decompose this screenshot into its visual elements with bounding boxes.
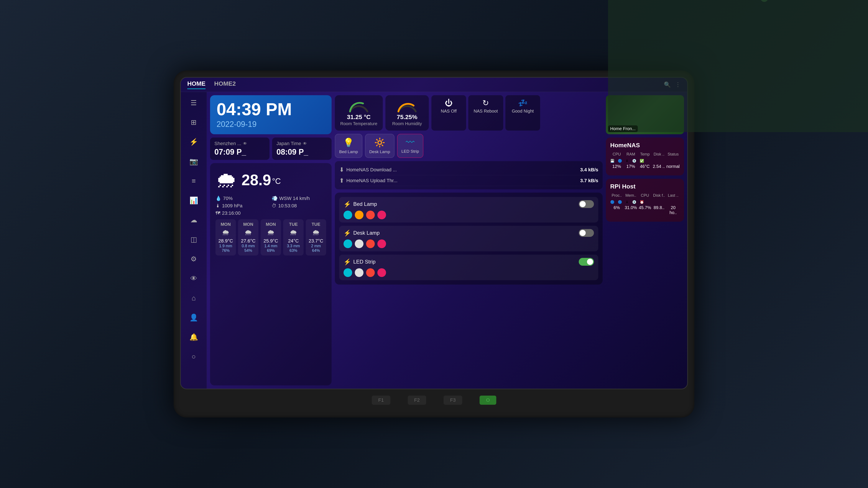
led-strip-knob bbox=[587, 259, 593, 265]
network-stats: ⬇ HomeNAS Download ... 3.4 kB/s ⬆ HomeNA… bbox=[335, 161, 602, 189]
forecast-humidity-0: 76% bbox=[218, 248, 234, 253]
led-strip-color-pink[interactable] bbox=[377, 268, 386, 277]
sidebar-icon-person[interactable]: 👤 bbox=[187, 311, 200, 324]
nas-off-button[interactable]: ⏻ NAS Off bbox=[431, 95, 466, 131]
homenas-stat-labels: CPU RAM Temp Disk .. Status bbox=[610, 152, 680, 157]
rpi-last-icon: ⏰ bbox=[640, 200, 644, 204]
nas-status-icon: ✅ bbox=[640, 159, 644, 163]
bed-lamp-color-red[interactable] bbox=[366, 210, 375, 219]
sidebar-icon-cloud[interactable]: ☁ bbox=[187, 214, 200, 226]
desk-lamp-row-icon: ⚡ bbox=[343, 229, 351, 237]
upload-speed: 3.7 kB/s bbox=[580, 178, 598, 184]
bed-lamp-label: Bed Lamp bbox=[339, 150, 358, 154]
bed-lamp-color-pink[interactable] bbox=[377, 210, 386, 219]
tab-home2[interactable]: HOME2 bbox=[214, 80, 236, 89]
desk-lamp-knob bbox=[580, 230, 586, 236]
upload-stat: ⬆ HomeNAS Upload Thr... 3.7 kB/s bbox=[339, 175, 598, 186]
forecast-temp-0: 28.9°C bbox=[218, 238, 234, 244]
sidebar-icon-layers[interactable]: ◫ bbox=[187, 233, 200, 246]
content-grid: 04:39 PM 2022-09-19 Shenzhen ... 👁 07:09… bbox=[207, 92, 687, 389]
nas-disk-icon: 💿 bbox=[632, 159, 637, 163]
good-night-button[interactable]: 💤 Good Night bbox=[505, 95, 540, 131]
forecast-day-2: MON 🌧 25.9°C 1.4 mm 69% bbox=[260, 219, 281, 256]
weather-pressure: 1009 hPa bbox=[222, 203, 242, 209]
forecast-precip-0: 1.9 mm bbox=[218, 244, 234, 248]
f3-button[interactable]: F3 bbox=[443, 396, 462, 405]
bed-lamp-toggle[interactable] bbox=[579, 200, 594, 208]
homenas-title: HomeNAS bbox=[610, 142, 680, 149]
desk-lamp-color-red[interactable] bbox=[366, 239, 375, 248]
nas-reboot-button[interactable]: ↻ NAS Reboot bbox=[468, 95, 503, 131]
forecast-icon-4: 🌧 bbox=[308, 228, 324, 237]
led-strip-color-cyan[interactable] bbox=[343, 268, 352, 277]
forecast-temp-4: 23.7°C bbox=[308, 238, 324, 244]
upload-label: HomeNAS Upload Thr... bbox=[346, 178, 398, 184]
sidebar-icon-grid[interactable]: ⊞ bbox=[187, 116, 200, 129]
rpi-proc-icon: 🔵 bbox=[610, 200, 615, 204]
temp-value: 31.25 °C bbox=[347, 113, 371, 121]
bed-lamp-knob bbox=[580, 201, 586, 207]
weather-humidity: 70% bbox=[223, 196, 232, 201]
sidebar-icon-eye[interactable]: 👁 bbox=[187, 272, 200, 285]
led-strip-color-red[interactable] bbox=[366, 268, 375, 277]
sensor-controls-row: 31.25 °C Room Temperature bbox=[335, 95, 602, 131]
clock-time: 04:39 PM bbox=[217, 101, 325, 118]
bed-lamp-icon: 💡 bbox=[343, 137, 354, 148]
temp-gauge-svg bbox=[348, 100, 370, 112]
desk-lamp-row-label: Desk Lamp bbox=[353, 230, 379, 236]
device-buttons-row: 💡 Bed Lamp 🔆 Desk Lamp 〰 LED Strip bbox=[335, 134, 602, 158]
forecast-icon-3: 🌧 bbox=[285, 228, 302, 237]
download-icon: ⬇ bbox=[339, 166, 344, 173]
desk-lamp-color-cyan[interactable] bbox=[343, 239, 352, 248]
f1-button[interactable]: F1 bbox=[372, 396, 391, 405]
timezone-japan: Japan Time 👁 08:09 P_ bbox=[272, 137, 332, 160]
tab-home[interactable]: HOME bbox=[187, 80, 206, 89]
bed-lamp-button[interactable]: 💡 Bed Lamp bbox=[335, 134, 362, 158]
main-content: ☰ ⊞ ⚡ 📷 ≡ 📊 ☁ ◫ ⚙ 👁 ⌂ 👤 🔔 ○ bbox=[181, 92, 687, 389]
desk-lamp-button[interactable]: 🔆 Desk Lamp bbox=[365, 134, 395, 158]
forecast-temp-3: 24°C bbox=[285, 238, 302, 244]
rpi-icons: 🔵 🔵 🌡 💿 ⏰ bbox=[610, 200, 680, 204]
forecast-precip-2: 1.4 mm bbox=[263, 244, 279, 248]
monitor-screen: HOME HOME2 🔍 ⋮ ☰ ⊞ ⚡ 📷 ≡ 📊 ☁ ◫ ⚙ 👁 ⌂ bbox=[180, 77, 688, 389]
bed-lamp-row-label: Bed Lamp bbox=[353, 201, 377, 207]
forecast-precip-1: 0.8 mm bbox=[240, 244, 256, 248]
sidebar-icon-menu[interactable]: ☰ bbox=[187, 96, 200, 109]
right-section: 31.25 °C Room Temperature bbox=[335, 95, 684, 385]
desk-lamp-toggle[interactable] bbox=[579, 229, 594, 237]
sidebar-icon-circle[interactable]: ○ bbox=[187, 350, 200, 363]
bed-lamp-color-cyan[interactable] bbox=[343, 210, 352, 219]
led-strip-button[interactable]: 〰 LED Strip bbox=[397, 134, 423, 158]
sleep-icon: 💤 bbox=[518, 98, 528, 107]
camera-label: Home Fron... bbox=[608, 125, 638, 132]
time-icon: ⏱ bbox=[272, 203, 276, 209]
desk-lamp-color-pink[interactable] bbox=[377, 239, 386, 248]
sidebar-icon-chart[interactable]: 📊 bbox=[187, 194, 200, 207]
forecast-icon-0: 🌧 bbox=[218, 228, 234, 237]
sidebar-icon-lightning[interactable]: ⚡ bbox=[187, 135, 200, 148]
map-icon: 🗺 bbox=[215, 210, 220, 216]
shenzhen-time: 07:09 P_ bbox=[214, 148, 265, 157]
sidebar-icon-camera[interactable]: 📷 bbox=[187, 155, 200, 168]
sidebar-icon-home[interactable]: ⌂ bbox=[187, 292, 200, 304]
humidity-value: 75.25% bbox=[397, 113, 417, 121]
sidebar-icon-bell[interactable]: 🔔 bbox=[187, 330, 200, 344]
bed-lamp-color-orange[interactable] bbox=[355, 210, 364, 219]
sidebar-icon-list[interactable]: ≡ bbox=[187, 174, 200, 187]
led-strip-color-white[interactable] bbox=[355, 268, 364, 277]
power-button[interactable]: O bbox=[479, 396, 496, 405]
f2-button[interactable]: F2 bbox=[408, 396, 426, 405]
download-label: HomeNAS Download ... bbox=[346, 167, 397, 173]
weather-widget: 🌧 28.9 °C 💧 70% bbox=[210, 163, 332, 385]
clock-widget: 04:39 PM 2022-09-19 bbox=[210, 95, 332, 134]
forecast-day-0: MON 🌧 28.9°C 1.9 mm 76% bbox=[215, 219, 236, 256]
bed-lamp-row-icon: ⚡ bbox=[343, 201, 351, 208]
rpi-stat-values: 6% 31.0% 45.7% 89.8.. 20 ho.. bbox=[610, 205, 680, 215]
nas-temp-icon: 🌡 bbox=[625, 159, 629, 163]
sidebar-icon-settings[interactable]: ⚙ bbox=[187, 253, 200, 265]
homenas-icons: 💾 🔵 🌡 💿 ✅ bbox=[610, 159, 680, 163]
led-strip-toggle[interactable] bbox=[579, 258, 594, 266]
desk-lamp-color-white[interactable] bbox=[355, 239, 364, 248]
led-strip-row-icon: ⚡ bbox=[343, 258, 351, 265]
weather-time2: 23:16:00 bbox=[222, 210, 241, 216]
